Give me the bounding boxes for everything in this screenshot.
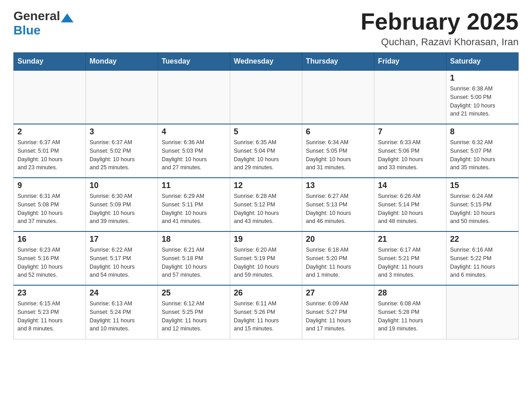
calendar-cell: 17Sunrise: 6:22 AMSunset: 5:17 PMDayligh… [86,231,158,285]
calendar-cell [14,70,86,124]
day-number: 26 [234,288,298,298]
day-number: 1 [450,73,515,83]
day-info: Sunrise: 6:16 AMSunset: 5:22 PMDaylight:… [450,246,515,279]
calendar-cell: 13Sunrise: 6:27 AMSunset: 5:13 PMDayligh… [302,178,374,231]
calendar-cell: 16Sunrise: 6:23 AMSunset: 5:16 PMDayligh… [14,231,86,285]
day-info: Sunrise: 6:18 AMSunset: 5:20 PMDaylight:… [306,246,370,279]
weekday-header-tuesday: Tuesday [158,53,230,71]
week-row-1: 1Sunrise: 6:38 AMSunset: 5:00 PMDaylight… [14,70,519,124]
day-info: Sunrise: 6:37 AMSunset: 5:01 PMDaylight:… [17,138,82,172]
weekday-header-friday: Friday [374,53,446,71]
day-number: 28 [378,288,442,298]
day-info: Sunrise: 6:26 AMSunset: 5:14 PMDaylight:… [378,192,442,226]
day-number: 25 [162,288,226,298]
day-number: 13 [306,181,370,190]
day-number: 9 [17,181,82,190]
day-number: 20 [306,235,370,244]
calendar-cell: 28Sunrise: 6:08 AMSunset: 5:28 PMDayligh… [374,285,446,339]
day-number: 19 [234,235,298,244]
week-row-2: 2Sunrise: 6:37 AMSunset: 5:01 PMDaylight… [14,124,519,178]
day-info: Sunrise: 6:37 AMSunset: 5:02 PMDaylight:… [90,138,154,172]
logo-blue-text: Blue [13,23,41,38]
calendar-cell: 24Sunrise: 6:13 AMSunset: 5:24 PMDayligh… [86,285,158,339]
day-number: 10 [90,181,154,190]
calendar-cell: 26Sunrise: 6:11 AMSunset: 5:26 PMDayligh… [230,285,302,339]
title-area: February 2025 Quchan, Razavi Khorasan, I… [360,9,519,48]
month-title: February 2025 [360,9,519,34]
calendar-cell [302,70,374,124]
day-info: Sunrise: 6:29 AMSunset: 5:11 PMDaylight:… [162,192,226,226]
day-number: 16 [17,235,82,244]
day-info: Sunrise: 6:20 AMSunset: 5:19 PMDaylight:… [234,246,298,279]
calendar-cell: 4Sunrise: 6:36 AMSunset: 5:03 PMDaylight… [158,124,230,178]
day-number: 7 [378,127,442,137]
day-number: 2 [17,127,82,137]
day-info: Sunrise: 6:23 AMSunset: 5:16 PMDaylight:… [17,246,82,279]
weekday-header-row: SundayMondayTuesdayWednesdayThursdayFrid… [14,53,519,71]
page-header: General Blue February 2025 Quchan, Razav… [13,9,519,48]
weekday-header-sunday: Sunday [14,53,86,71]
day-info: Sunrise: 6:22 AMSunset: 5:17 PMDaylight:… [90,246,154,279]
calendar-cell: 25Sunrise: 6:12 AMSunset: 5:25 PMDayligh… [158,285,230,339]
day-info: Sunrise: 6:11 AMSunset: 5:26 PMDaylight:… [234,300,298,333]
weekday-header-saturday: Saturday [446,53,519,71]
calendar-cell: 8Sunrise: 6:32 AMSunset: 5:07 PMDaylight… [446,124,519,178]
calendar-cell [86,70,158,124]
logo-general-text: General [13,9,60,23]
location-subtitle: Quchan, Razavi Khorasan, Iran [360,36,519,48]
day-number: 15 [450,181,515,190]
calendar-cell: 21Sunrise: 6:17 AMSunset: 5:21 PMDayligh… [374,231,446,285]
day-info: Sunrise: 6:30 AMSunset: 5:09 PMDaylight:… [90,192,154,226]
day-info: Sunrise: 6:09 AMSunset: 5:27 PMDaylight:… [306,300,370,333]
calendar-cell: 14Sunrise: 6:26 AMSunset: 5:14 PMDayligh… [374,178,446,231]
day-info: Sunrise: 6:21 AMSunset: 5:18 PMDaylight:… [162,246,226,279]
day-number: 27 [306,288,370,298]
day-number: 17 [90,235,154,244]
calendar-cell: 10Sunrise: 6:30 AMSunset: 5:09 PMDayligh… [86,178,158,231]
week-row-4: 16Sunrise: 6:23 AMSunset: 5:16 PMDayligh… [14,231,519,285]
calendar-cell: 11Sunrise: 6:29 AMSunset: 5:11 PMDayligh… [158,178,230,231]
weekday-header-thursday: Thursday [302,53,374,71]
calendar-cell: 20Sunrise: 6:18 AMSunset: 5:20 PMDayligh… [302,231,374,285]
calendar-cell: 22Sunrise: 6:16 AMSunset: 5:22 PMDayligh… [446,231,519,285]
day-info: Sunrise: 6:36 AMSunset: 5:03 PMDaylight:… [162,138,226,172]
day-number: 4 [162,127,226,137]
day-number: 6 [306,127,370,137]
calendar-cell: 12Sunrise: 6:28 AMSunset: 5:12 PMDayligh… [230,178,302,231]
day-info: Sunrise: 6:17 AMSunset: 5:21 PMDaylight:… [378,246,442,279]
calendar-cell [374,70,446,124]
day-info: Sunrise: 6:27 AMSunset: 5:13 PMDaylight:… [306,192,370,226]
day-info: Sunrise: 6:15 AMSunset: 5:23 PMDaylight:… [17,300,82,333]
calendar-cell: 18Sunrise: 6:21 AMSunset: 5:18 PMDayligh… [158,231,230,285]
day-info: Sunrise: 6:13 AMSunset: 5:24 PMDaylight:… [90,300,154,333]
day-info: Sunrise: 6:32 AMSunset: 5:07 PMDaylight:… [450,138,515,172]
calendar-cell: 7Sunrise: 6:33 AMSunset: 5:06 PMDaylight… [374,124,446,178]
day-number: 21 [378,235,442,244]
calendar-cell: 9Sunrise: 6:31 AMSunset: 5:08 PMDaylight… [14,178,86,231]
calendar-cell [446,285,519,339]
day-number: 23 [17,288,82,298]
day-info: Sunrise: 6:24 AMSunset: 5:15 PMDaylight:… [450,192,515,226]
day-info: Sunrise: 6:08 AMSunset: 5:28 PMDaylight:… [378,300,442,333]
day-info: Sunrise: 6:12 AMSunset: 5:25 PMDaylight:… [162,300,226,333]
day-number: 5 [234,127,298,137]
calendar-cell: 5Sunrise: 6:35 AMSunset: 5:04 PMDaylight… [230,124,302,178]
calendar-cell: 2Sunrise: 6:37 AMSunset: 5:01 PMDaylight… [14,124,86,178]
calendar-cell [158,70,230,124]
week-row-5: 23Sunrise: 6:15 AMSunset: 5:23 PMDayligh… [14,285,519,339]
day-number: 3 [90,127,154,137]
calendar-cell: 23Sunrise: 6:15 AMSunset: 5:23 PMDayligh… [14,285,86,339]
day-info: Sunrise: 6:35 AMSunset: 5:04 PMDaylight:… [234,138,298,172]
calendar-cell: 6Sunrise: 6:34 AMSunset: 5:05 PMDaylight… [302,124,374,178]
day-number: 11 [162,181,226,190]
calendar-cell: 19Sunrise: 6:20 AMSunset: 5:19 PMDayligh… [230,231,302,285]
week-row-3: 9Sunrise: 6:31 AMSunset: 5:08 PMDaylight… [14,178,519,231]
day-info: Sunrise: 6:34 AMSunset: 5:05 PMDaylight:… [306,138,370,172]
calendar-cell: 15Sunrise: 6:24 AMSunset: 5:15 PMDayligh… [446,178,519,231]
day-number: 18 [162,235,226,244]
weekday-header-wednesday: Wednesday [230,53,302,71]
day-number: 14 [378,181,442,190]
calendar-cell [230,70,302,124]
day-info: Sunrise: 6:28 AMSunset: 5:12 PMDaylight:… [234,192,298,226]
calendar-cell: 27Sunrise: 6:09 AMSunset: 5:27 PMDayligh… [302,285,374,339]
